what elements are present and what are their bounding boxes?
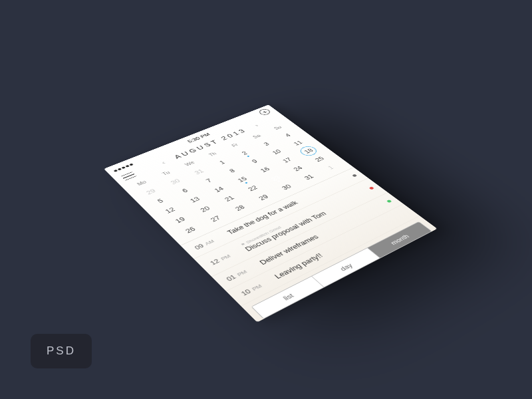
next-month-button[interactable]: › <box>253 123 260 128</box>
event-dot-icon <box>278 180 281 182</box>
plus-icon: + <box>260 110 269 115</box>
prev-month-button[interactable]: ‹ <box>160 160 167 165</box>
menu-button[interactable] <box>121 172 137 180</box>
event-color-dot-icon <box>386 200 392 203</box>
psd-badge-label: PSD <box>47 344 76 357</box>
psd-badge: PSD <box>31 334 92 368</box>
event-color-dot-icon <box>352 174 357 178</box>
event-color-dot-icon <box>369 186 374 190</box>
phone-frame: 5:30 PM + ‹ AUGUST 2013 › MoTuWeThFrSaSu… <box>104 104 437 322</box>
calendar-day[interactable]: 12 <box>153 200 188 221</box>
calendar-day[interactable]: 19 <box>162 210 198 231</box>
calendar-day[interactable]: 20 <box>188 200 222 219</box>
